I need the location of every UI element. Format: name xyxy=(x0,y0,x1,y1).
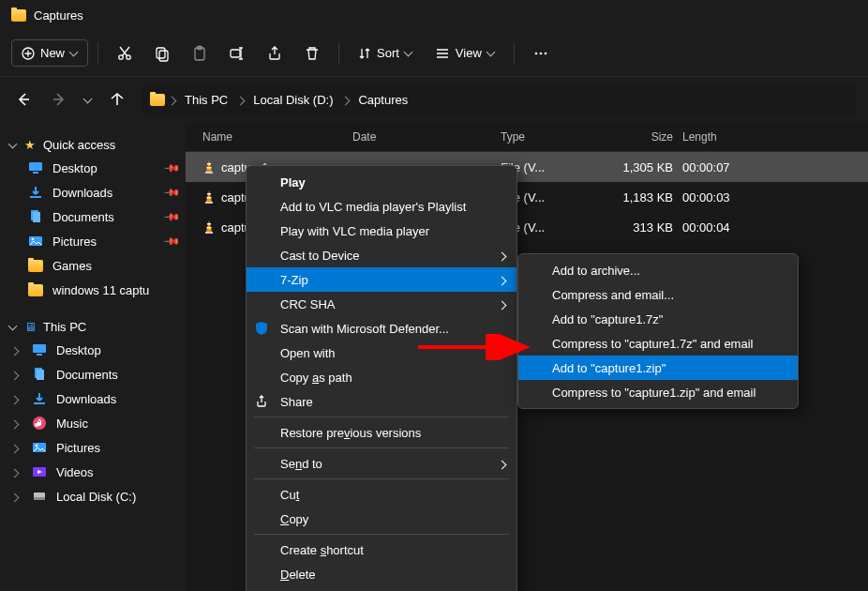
sidebar-item-label: windows 11 captu xyxy=(52,283,149,297)
menu-item-scan-with-microsoft-defender[interactable]: Scan with Microsoft Defender... xyxy=(247,316,516,341)
menu-separator xyxy=(254,447,509,448)
menu-item-compress-and-email[interactable]: Compress and email... xyxy=(518,282,798,307)
column-header-type[interactable]: Type xyxy=(501,130,613,144)
menu-item-cut[interactable]: Cut xyxy=(247,482,516,507)
menu-item-7-zip[interactable]: 7-Zip xyxy=(247,267,516,292)
menu-item-add-to-capture1-7z[interactable]: Add to "capture1.7z" xyxy=(518,307,798,331)
svg-rect-30 xyxy=(207,163,211,165)
sidebar-item-label: Games xyxy=(52,259,92,273)
svg-rect-12 xyxy=(33,172,38,174)
menu-item-cast-to-device[interactable]: Cast to Device xyxy=(247,243,516,267)
sidebar-item-pictures[interactable]: Pictures xyxy=(0,435,186,460)
pictures-icon xyxy=(32,440,47,455)
chevron-right-icon xyxy=(499,346,505,360)
menu-item-crc-sha[interactable]: CRC SHA xyxy=(247,292,516,316)
sidebar-item-label: Music xyxy=(56,417,88,431)
menu-item-play[interactable]: Play xyxy=(247,170,516,194)
sidebar-group-this-pc[interactable]: 🖥 This PC xyxy=(0,315,186,338)
menu-item-delete[interactable]: Delete xyxy=(247,562,516,586)
menu-item-create-shortcut[interactable]: Create shortcut xyxy=(247,538,516,562)
sidebar-group-quick-access[interactable]: ★ Quick access xyxy=(0,133,186,156)
menu-item-label: Compress to "capture1.zip" and email xyxy=(552,386,756,400)
sidebar-item-games[interactable]: Games xyxy=(0,253,186,278)
menu-item-label: Play with VLC media player xyxy=(280,224,429,238)
menu-item-label: Open with xyxy=(280,346,336,360)
chevron-right-icon xyxy=(499,457,505,471)
column-header-date[interactable]: Date xyxy=(352,130,501,144)
menu-item-label: Delete xyxy=(280,568,316,582)
menu-item-play-with-vlc-media-player[interactable]: Play with VLC media player xyxy=(247,219,516,243)
context-menu: PlayAdd to VLC media player's PlaylistPl… xyxy=(246,165,517,591)
arrow-right-icon xyxy=(52,92,67,107)
menu-item-compress-to-capture1-zip-and-email[interactable]: Compress to "capture1.zip" and email xyxy=(518,380,798,404)
separator xyxy=(514,42,515,65)
menu-item-label: Play xyxy=(280,175,306,189)
quick-access-label: Quick access xyxy=(43,138,115,152)
new-button[interactable]: New xyxy=(11,39,88,67)
breadcrumb-item[interactable]: Local Disk (D:) xyxy=(247,91,338,109)
menu-item-label: Send to xyxy=(280,457,322,471)
sidebar-item-desktop[interactable]: Desktop xyxy=(0,338,186,362)
menu-item-label: Create shortcut xyxy=(280,543,364,557)
sidebar-item-downloads[interactable]: Downloads📌 xyxy=(0,180,186,205)
menu-item-send-to[interactable]: Send to xyxy=(247,451,516,476)
breadcrumb-item[interactable]: Captures xyxy=(352,91,413,109)
breadcrumb-item[interactable]: This PC xyxy=(179,91,233,109)
more-button[interactable] xyxy=(524,37,558,70)
sidebar-item-label: Desktop xyxy=(56,343,101,357)
menu-item-copy-as-path[interactable]: Copy as path xyxy=(247,365,516,389)
sidebar-item-documents[interactable]: Documents📌 xyxy=(0,205,186,229)
sidebar-item-label: Documents xyxy=(52,210,114,224)
delete-button[interactable] xyxy=(295,37,329,70)
sidebar-item-documents[interactable]: Documents xyxy=(0,362,186,386)
menu-item-restore-previous-versions[interactable]: Restore previous versions xyxy=(247,420,516,445)
nav-up-button[interactable] xyxy=(107,89,127,110)
view-button[interactable]: View xyxy=(426,40,504,66)
menu-item-rename[interactable]: Rename xyxy=(247,586,516,591)
nav-bar: This PC Local Disk (D:) Captures xyxy=(0,77,868,122)
menu-item-add-to-vlc-media-player-s-playlist[interactable]: Add to VLC media player's Playlist xyxy=(247,194,516,219)
menu-item-copy[interactable]: Copy xyxy=(247,507,516,531)
pictures-icon xyxy=(28,234,43,249)
breadcrumb[interactable]: This PC Local Disk (D:) Captures xyxy=(142,84,855,114)
sort-button[interactable]: Sort xyxy=(349,40,422,66)
sidebar-item-downloads[interactable]: Downloads xyxy=(0,386,186,411)
folder-icon xyxy=(150,94,165,106)
svg-rect-33 xyxy=(207,193,211,195)
sidebar-item-desktop[interactable]: Desktop📌 xyxy=(0,156,186,180)
sidebar-item-music[interactable]: Music xyxy=(0,411,186,435)
menu-item-label: Add to VLC media player's Playlist xyxy=(280,200,466,214)
sidebar-item-videos[interactable]: Videos xyxy=(0,460,186,484)
rename-button[interactable] xyxy=(220,37,254,70)
disk-icon xyxy=(32,489,47,504)
this-pc-icon: 🖥 xyxy=(22,319,37,334)
column-header-length[interactable]: Length xyxy=(682,130,757,144)
sidebar-item-pictures[interactable]: Pictures📌 xyxy=(0,229,186,253)
menu-item-share[interactable]: Share xyxy=(247,389,516,414)
menu-item-compress-to-capture1-7z-and-email[interactable]: Compress to "capture1.7z" and email xyxy=(518,331,798,356)
sidebar-item-label: Documents xyxy=(56,368,118,382)
svg-rect-36 xyxy=(207,223,211,225)
sidebar-item-local-disk-c-[interactable]: Local Disk (C:) xyxy=(0,484,186,508)
vlc-icon xyxy=(202,220,216,235)
paste-button[interactable] xyxy=(183,37,217,70)
copy-button[interactable] xyxy=(145,37,179,70)
menu-item-open-with[interactable]: Open with xyxy=(247,341,516,365)
nav-back-button[interactable] xyxy=(13,89,34,110)
pin-icon: 📌 xyxy=(162,207,180,225)
sidebar-item-windows-11-captu[interactable]: windows 11 captu xyxy=(0,278,186,302)
menu-item-add-to-capture1-zip[interactable]: Add to "capture1.zip" xyxy=(518,356,798,380)
svg-rect-4 xyxy=(159,51,168,61)
cut-button[interactable] xyxy=(108,37,142,70)
svg-rect-35 xyxy=(205,232,213,234)
share-button[interactable] xyxy=(258,37,292,70)
chevron-right-icon xyxy=(11,465,22,479)
column-header-size[interactable]: Size xyxy=(613,130,682,144)
menu-item-add-to-archive[interactable]: Add to archive... xyxy=(518,258,798,282)
column-header-name[interactable]: Name xyxy=(202,130,352,144)
menu-separator xyxy=(254,534,509,535)
recent-locations-button[interactable] xyxy=(84,98,92,102)
videos-icon xyxy=(32,464,47,479)
chevron-right-icon xyxy=(11,417,22,431)
nav-forward-button[interactable] xyxy=(49,89,69,110)
